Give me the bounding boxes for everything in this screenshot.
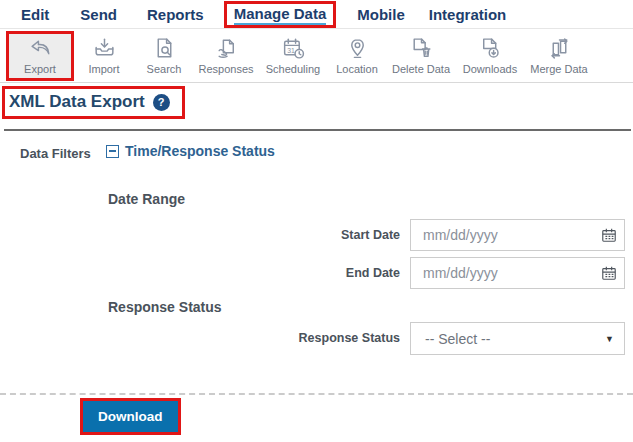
time-response-status-label: Time/Response Status [125, 143, 275, 159]
import-tray-icon [92, 36, 117, 61]
select-value: -- Select -- [425, 331, 605, 347]
toolbar-item-label: Scheduling [266, 63, 320, 75]
toolbar-item-label: Downloads [463, 63, 517, 75]
toolbar-item-label: Merge Data [530, 63, 587, 75]
manage-data-toolbar: Export Import Search Responses [0, 28, 633, 83]
title-divider [4, 129, 631, 131]
nav-item-reports[interactable]: Reports [147, 6, 204, 23]
response-status-select[interactable]: -- Select -- ▼ [410, 322, 625, 355]
toolbar-item-location[interactable]: Location [328, 31, 386, 81]
help-icon[interactable]: ? [153, 94, 170, 111]
xml-data-export-page: Edit Send Reports Manage Data Mobile Int… [0, 0, 633, 442]
document-trash-icon [409, 36, 434, 61]
document-search-icon [152, 36, 177, 61]
document-hand-icon [214, 36, 239, 61]
toolbar-item-import[interactable]: Import [74, 31, 134, 81]
toolbar-item-label: Import [88, 63, 119, 75]
top-nav: Edit Send Reports Manage Data Mobile Int… [0, 0, 633, 28]
nav-item-integration[interactable]: Integration [429, 6, 507, 23]
toolbar-item-label: Location [336, 63, 378, 75]
toolbar-item-downloads[interactable]: Downloads [456, 31, 524, 81]
start-date-input[interactable] [410, 219, 625, 251]
manage-data-highlight-box: Manage Data [224, 1, 337, 28]
nav-item-send[interactable]: Send [80, 6, 117, 23]
calendar-picker-icon[interactable] [601, 227, 617, 243]
calendar-picker-icon[interactable] [601, 265, 617, 281]
page-title: XML Data Export [9, 92, 145, 112]
toolbar-item-export[interactable]: Export [6, 31, 74, 81]
toolbar-item-label: Delete Data [392, 63, 450, 75]
start-date-label: Start Date [0, 219, 400, 252]
date-range-heading: Date Range [108, 191, 185, 207]
page-title-highlight-box: XML Data Export ? [2, 86, 185, 119]
toolbar-item-label: Responses [198, 63, 253, 75]
calendar-day-number: 31 [287, 47, 295, 54]
end-date-input[interactable] [410, 257, 625, 289]
merge-documents-icon [547, 36, 572, 61]
document-download-icon [478, 36, 503, 61]
start-date-field [410, 219, 625, 251]
toolbar-item-delete-data[interactable]: Delete Data [386, 31, 456, 81]
data-filters-label: Data Filters [20, 146, 91, 161]
nav-item-manage-data[interactable]: Manage Data [234, 5, 327, 25]
footer-divider [0, 393, 633, 395]
end-date-label: End Date [0, 257, 400, 290]
dropdown-arrow-icon: ▼ [605, 334, 614, 344]
toolbar-item-responses[interactable]: Responses [194, 31, 258, 81]
toolbar-item-label: Export [24, 63, 56, 75]
response-status-heading: Response Status [108, 299, 222, 315]
time-response-status-toggle[interactable]: Time/Response Status [106, 143, 275, 159]
export-arrow-icon [28, 36, 53, 61]
download-highlight-box: Download [80, 398, 181, 435]
calendar-clock-icon: 31 [281, 36, 306, 61]
download-button[interactable]: Download [83, 401, 178, 432]
nav-item-edit[interactable]: Edit [21, 6, 49, 23]
end-date-field [410, 257, 625, 289]
toolbar-item-merge-data[interactable]: Merge Data [524, 31, 594, 81]
map-pin-icon [345, 36, 370, 61]
nav-item-mobile[interactable]: Mobile [357, 6, 405, 23]
toolbar-item-search[interactable]: Search [134, 31, 194, 81]
toolbar-item-label: Search [147, 63, 182, 75]
toolbar-item-scheduling[interactable]: 31 Scheduling [258, 31, 328, 81]
response-status-label: Response Status [0, 322, 400, 355]
collapse-minus-icon[interactable] [106, 145, 119, 158]
